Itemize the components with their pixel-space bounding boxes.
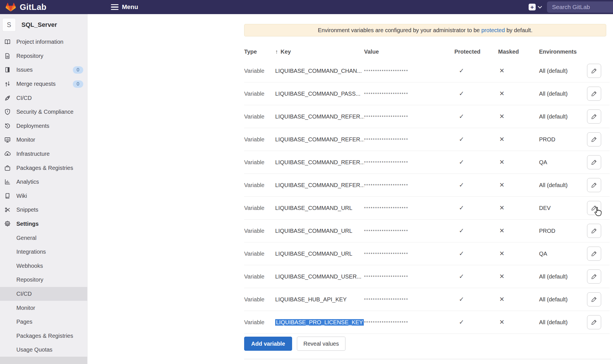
col-header-key[interactable]: ↑ Key — [275, 49, 364, 55]
table-row: Variable LIQUIBASE_HUB_API_KEY *********… — [244, 288, 610, 311]
edit-pencil-icon — [591, 113, 597, 120]
masked-x-icon: ✕ — [498, 296, 539, 303]
count-badge: 0 — [73, 66, 83, 74]
edit-variable-button[interactable] — [587, 64, 601, 78]
menu-button[interactable]: Menu — [111, 0, 138, 14]
edit-variable-button[interactable] — [587, 201, 601, 215]
add-variable-button[interactable]: Add variable — [244, 337, 292, 351]
sidebar-item-settings[interactable]: Settings — [0, 217, 87, 231]
masked-x-icon: ✕ — [498, 67, 539, 74]
sidebar-item-packages-registries[interactable]: Packages & Registries — [0, 329, 87, 343]
edit-variable-button[interactable] — [587, 292, 601, 306]
sidebar-item-usage-quotas[interactable]: Usage Quotas — [0, 343, 87, 357]
masked-x-icon: ✕ — [498, 273, 539, 280]
sidebar-item-analytics[interactable]: Analytics — [0, 175, 87, 189]
menu-button-label: Menu — [122, 3, 138, 11]
sidebar-item-pages[interactable]: Pages — [0, 315, 87, 329]
sidebar-item-deployments[interactable]: Deployments — [0, 119, 87, 133]
issues-icon — [4, 66, 11, 73]
variable-key: LIQUIBASE_COMMAND_URL — [275, 228, 364, 234]
protected-check-icon: ✓ — [454, 273, 498, 280]
masked-x-icon: ✕ — [498, 159, 539, 166]
variable-masked-value: ******************** — [364, 206, 454, 210]
edit-variable-button[interactable] — [587, 315, 601, 329]
reveal-values-button[interactable]: Reveal values — [297, 337, 345, 351]
variable-key: LIQUIBASE_COMMAND_USER... — [275, 273, 364, 280]
sidebar-item-general[interactable]: General — [0, 231, 87, 245]
variable-masked-value: ******************** — [364, 183, 454, 188]
search-input[interactable] — [551, 3, 609, 11]
protected-check-icon: ✓ — [454, 204, 498, 212]
edit-variable-button[interactable] — [587, 109, 601, 124]
variable-type: Variable — [244, 159, 275, 166]
variables-table-body: Variable LIQUIBASE_COMMAND_CHAN... *****… — [244, 60, 610, 334]
project-header: S SQL_Server — [0, 14, 87, 35]
gitlab-app: GitLab Menu + S SQL_Server Project infor… — [0, 0, 613, 364]
search-box — [547, 1, 613, 13]
variable-key: LIQUIBASE_COMMAND_REFER... — [275, 113, 364, 120]
sidebar-nav: Project information Repository Issues 0 … — [0, 35, 87, 357]
sidebar-item-monitor[interactable]: Monitor — [0, 301, 87, 315]
variable-masked-value: ******************** — [364, 297, 454, 302]
edit-pencil-icon — [591, 227, 597, 234]
project-name[interactable]: SQL_Server — [21, 21, 57, 28]
variable-environments: All (default) — [539, 319, 587, 326]
variable-type: Variable — [244, 205, 275, 211]
protected-check-icon: ✓ — [454, 113, 498, 120]
new-item-button[interactable]: + — [529, 4, 542, 10]
variable-environments: All (default) — [539, 296, 587, 303]
sidebar-item-wiki[interactable]: Wiki — [0, 189, 87, 203]
sidebar-item-monitor[interactable]: Monitor — [0, 133, 87, 147]
gitlab-home-link[interactable]: GitLab — [6, 0, 47, 14]
rocket-icon — [4, 95, 11, 102]
sidebar-item-project-information[interactable]: Project information — [0, 35, 87, 49]
protected-check-icon: ✓ — [454, 296, 498, 303]
sidebar-item-webhooks[interactable]: Webhooks — [0, 259, 87, 273]
plus-icon: + — [529, 4, 536, 10]
protected-check-icon: ✓ — [454, 227, 498, 234]
variable-type: Variable — [244, 251, 275, 257]
sidebar-item-snippets[interactable]: Snippets — [0, 203, 87, 217]
sidebar: S SQL_Server Project information Reposit… — [0, 14, 87, 364]
protected-link[interactable]: protected — [481, 27, 505, 34]
variable-environments: All (default) — [539, 182, 587, 188]
edit-pencil-icon — [591, 136, 597, 143]
sidebar-item-repository[interactable]: Repository — [0, 273, 87, 287]
sidebar-item-infrastructure[interactable]: Infrastructure — [0, 147, 87, 161]
col-header-value: Value — [364, 49, 454, 55]
variable-masked-value: ******************** — [364, 160, 454, 165]
masked-x-icon: ✕ — [498, 250, 539, 257]
variables-table-header: Type ↑ Key Value Protected Masked Enviro… — [244, 44, 610, 60]
edit-pencil-icon — [591, 319, 597, 326]
sidebar-item-packages-registries[interactable]: Packages & Registries — [0, 161, 87, 175]
variable-masked-value: ******************** — [364, 137, 454, 142]
sidebar-bottom-strip — [0, 357, 87, 364]
sidebar-item-issues[interactable]: Issues 0 — [0, 63, 87, 77]
admin-notice-banner: Environment variables are configured by … — [244, 24, 606, 36]
count-badge: 0 — [73, 80, 83, 88]
scissors-icon — [4, 206, 11, 213]
sidebar-item-repository[interactable]: Repository — [0, 49, 87, 63]
document-icon — [4, 52, 11, 60]
edit-variable-button[interactable] — [587, 155, 601, 169]
edit-variable-button[interactable] — [587, 269, 601, 284]
sidebar-item-merge-requests[interactable]: Merge requests 0 — [0, 77, 87, 91]
edit-variable-button[interactable] — [587, 132, 601, 146]
table-row: Variable LIQUIBASE_COMMAND_USER... *****… — [244, 265, 610, 288]
edit-variable-button[interactable] — [587, 178, 601, 192]
sidebar-item-ci-cd[interactable]: CI/CD — [0, 91, 87, 105]
edit-variable-button[interactable] — [587, 87, 601, 101]
sidebar-item-ci-cd[interactable]: CI/CD — [0, 287, 87, 301]
sidebar-item-integrations[interactable]: Integrations — [0, 245, 87, 259]
edit-variable-button[interactable] — [587, 247, 601, 261]
variable-type: Variable — [244, 182, 275, 188]
variable-key: LIQUIBASE_COMMAND_URL — [275, 251, 364, 257]
edit-pencil-icon — [591, 205, 597, 211]
edit-variable-button[interactable] — [587, 224, 601, 238]
masked-x-icon: ✕ — [498, 90, 539, 97]
variable-environments: PROD — [539, 228, 587, 234]
masked-x-icon: ✕ — [498, 181, 539, 189]
sidebar-item-security-compliance[interactable]: Security & Compliance — [0, 105, 87, 119]
protected-check-icon: ✓ — [454, 67, 498, 74]
variable-environments: QA — [539, 159, 587, 166]
